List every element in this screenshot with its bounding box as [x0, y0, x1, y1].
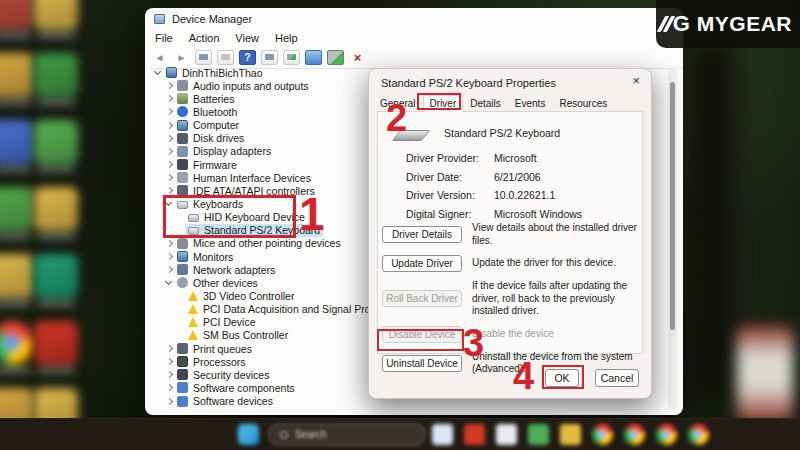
- desktop-icon[interactable]: [34, 0, 78, 38]
- forward-icon[interactable]: ►: [173, 50, 190, 65]
- mygear-logo-mark-icon: G: [661, 11, 694, 37]
- desktop-icon[interactable]: [0, 120, 34, 172]
- browser-icon[interactable]: [688, 424, 709, 445]
- desktop-icon-label: [37, 234, 75, 239]
- tree-scrollbar[interactable]: [668, 66, 677, 409]
- desktop-icon[interactable]: [0, 254, 34, 306]
- scrollbar-thumb[interactable]: [670, 82, 675, 330]
- expander-down-icon[interactable]: [164, 278, 174, 288]
- desktop-icon-image: [34, 321, 78, 365]
- help-icon[interactable]: ?: [239, 50, 256, 65]
- expander-right-icon[interactable]: [164, 107, 174, 117]
- browser-icon[interactable]: [656, 424, 677, 445]
- expander-right-icon[interactable]: [164, 94, 174, 104]
- bluetooth-icon: [177, 106, 188, 117]
- desktop-icon[interactable]: [0, 0, 34, 38]
- expander-right-icon[interactable]: [164, 146, 174, 156]
- back-icon[interactable]: ◄: [151, 50, 168, 65]
- desktop-icon-image: [0, 187, 34, 231]
- hid-icon: [177, 172, 188, 183]
- tree-item-label: Batteries: [193, 93, 234, 105]
- network-icon: [177, 264, 188, 275]
- annotation-step-3: 3: [463, 324, 484, 362]
- start-button-icon[interactable]: [238, 424, 259, 445]
- computer-frame-icon[interactable]: [261, 50, 278, 65]
- taskbar-app-icon[interactable]: [464, 424, 485, 445]
- desktop-icon-label: [0, 167, 31, 172]
- expander-right-icon[interactable]: [164, 383, 174, 393]
- warning-icon: [188, 330, 198, 340]
- taskbar-app-icon[interactable]: [528, 424, 549, 445]
- browser-icon[interactable]: [624, 424, 645, 445]
- driver-button-description: Disable the device: [472, 328, 640, 341]
- menu-view[interactable]: View: [227, 32, 267, 44]
- uninstall-x-icon[interactable]: ×: [349, 50, 366, 65]
- scan-hardware-icon[interactable]: [283, 50, 300, 65]
- tree-item-content: Software devices: [174, 395, 276, 408]
- expander-right-icon[interactable]: [164, 120, 174, 130]
- expander-right-icon[interactable]: [164, 357, 174, 367]
- disk-icon: [177, 133, 188, 144]
- desktop-icon[interactable]: [0, 53, 34, 105]
- properties-icon[interactable]: [195, 50, 212, 65]
- expander-right-icon[interactable]: [164, 133, 174, 143]
- menu-file[interactable]: File: [147, 32, 181, 44]
- expander-right-icon[interactable]: [164, 173, 174, 183]
- screen: G MYGEAR Device Manager FileActionViewHe…: [0, 0, 800, 450]
- title-bar[interactable]: Device Manager: [145, 8, 683, 30]
- menu-action[interactable]: Action: [181, 32, 228, 44]
- expander-right-icon[interactable]: [164, 396, 174, 406]
- desktop-icon[interactable]: [0, 321, 34, 373]
- annotation-box-keyboards: [163, 195, 296, 238]
- expander-right-icon[interactable]: [164, 370, 174, 380]
- security-icon: [177, 369, 188, 380]
- monitor-icon: [177, 251, 188, 262]
- desktop-icon[interactable]: [34, 321, 78, 373]
- driver-button-row: Driver DetailsView details about the ins…: [382, 222, 640, 247]
- cancel-button[interactable]: Cancel: [595, 369, 639, 387]
- expander-down-icon[interactable]: [153, 68, 163, 78]
- remote-monitor-icon[interactable]: [305, 50, 322, 65]
- desktop-icon-image: [0, 321, 34, 365]
- taskbar-app-icon[interactable]: [496, 424, 517, 445]
- tree-item-content: Human Interface Devices: [174, 171, 314, 184]
- taskbar-app-icon[interactable]: [432, 424, 453, 445]
- desktop-icon-label: [37, 301, 75, 306]
- expander-right-icon[interactable]: [164, 265, 174, 275]
- browser-icon[interactable]: [592, 424, 613, 445]
- desktop-icon-image: [0, 53, 34, 97]
- expander-right-icon[interactable]: [164, 160, 174, 170]
- expander-right-icon[interactable]: [164, 344, 174, 354]
- driver-button-description: If the device fails after updating the d…: [472, 280, 640, 318]
- field-value: 6/21/2006: [494, 171, 582, 183]
- uninstall-device-button[interactable]: Uninstall Device: [382, 355, 462, 372]
- taskbar-app-icon[interactable]: [560, 424, 581, 445]
- desktop-icon[interactable]: [34, 53, 78, 105]
- taskbar-search[interactable]: Search: [268, 423, 426, 446]
- desktop-icon[interactable]: [34, 254, 78, 306]
- tree-item-content: 3D Video Controller: [185, 290, 297, 303]
- field-label: Driver Date:: [406, 171, 494, 183]
- desktop-icon[interactable]: [34, 187, 78, 239]
- tab-resources[interactable]: Resources: [552, 95, 614, 112]
- expander-right-icon[interactable]: [164, 252, 174, 262]
- tab-details[interactable]: Details: [463, 95, 508, 112]
- driver-details-button[interactable]: Driver Details: [382, 226, 462, 243]
- close-icon[interactable]: ×: [632, 74, 640, 88]
- desktop-icon[interactable]: [0, 187, 34, 239]
- update-driver-button[interactable]: Update Driver: [382, 255, 462, 272]
- update-driver-icon[interactable]: [327, 50, 344, 65]
- field-value: Microsoft Windows: [494, 208, 582, 220]
- annotation-step-4: 4: [513, 357, 534, 395]
- driver-fields: Driver Provider:MicrosoftDriver Date:6/2…: [406, 152, 582, 220]
- tree-item-content: Audio inputs and outputs: [174, 79, 312, 92]
- expander-right-icon[interactable]: [164, 238, 174, 248]
- warning-icon: [188, 317, 198, 327]
- tab-events[interactable]: Events: [508, 95, 553, 112]
- export-icon[interactable]: [217, 50, 234, 65]
- display-icon: [177, 146, 188, 157]
- expander-right-icon[interactable]: [164, 81, 174, 91]
- menu-help[interactable]: Help: [267, 32, 306, 44]
- desktop-icon-label: [0, 368, 31, 373]
- desktop-icon[interactable]: [34, 120, 78, 172]
